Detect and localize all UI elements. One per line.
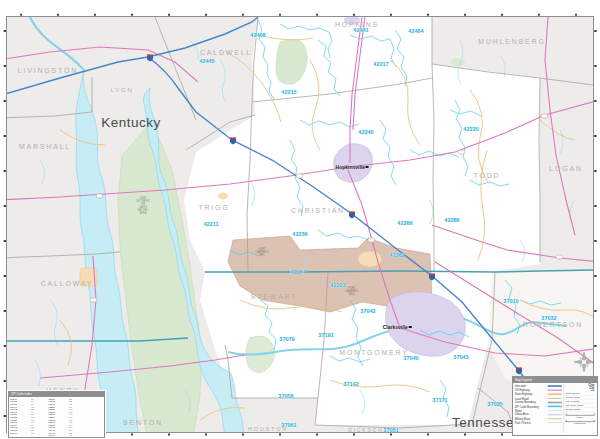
area-label: LAND BETWEEN THE LAKES NAT REC AREA — [137, 197, 150, 215]
legend-swatch — [548, 398, 562, 399]
zip-code-label: 37191 — [318, 332, 333, 338]
zip-code-label: 42286 — [444, 217, 459, 223]
legend-swatch — [548, 422, 562, 423]
county-label: MONTGOMERY — [339, 349, 409, 356]
map-legend-panel: Map Legend Interstate US Highway Stat — [512, 376, 598, 436]
zip-code-label: 42445 — [199, 58, 214, 64]
county-label: TODD — [474, 172, 501, 179]
zip-code-label: 37061 — [281, 422, 296, 428]
zip-code-label: 42464 — [408, 28, 423, 34]
zip-code-label: 37010 — [503, 298, 518, 304]
zip-code-label: 37043 — [453, 354, 468, 360]
map-canvas — [0, 0, 600, 439]
legend-swatch — [548, 390, 562, 391]
legend-swatch — [548, 402, 562, 403]
zip-code-label: 37035 — [487, 401, 502, 407]
county-label: ROBERTSON — [523, 321, 583, 328]
zip-code-label: 42223 — [330, 282, 345, 288]
zip-code-label: 42262 — [389, 252, 404, 258]
legend-swatch — [548, 394, 562, 395]
legend-info-row: County Name — [566, 408, 596, 412]
zip-code-label: 37171 — [432, 397, 447, 403]
legend-info-rows: State CapitalCounty SeatCity or TownZIP … — [566, 392, 596, 412]
zip-code-label: 42254 — [290, 269, 305, 275]
county-label: MARSHALL — [19, 143, 71, 150]
zip-code-label: 37042 — [360, 308, 375, 314]
scale-bar-kilometers: Kilometers — [566, 420, 596, 425]
county-label: LYON — [110, 87, 133, 93]
county-label: MUHLENBERG — [478, 38, 545, 45]
zip-code-label: 37040 — [403, 355, 418, 361]
city-label: Hopkinsville — [336, 164, 369, 170]
zip-code-label: 37051 — [383, 427, 398, 433]
zip-code-label: 42215 — [281, 89, 296, 95]
county-label: DICKSON — [348, 427, 383, 433]
zip-code-label: 37079 — [279, 336, 294, 342]
county-label: CALDWELL — [200, 49, 252, 56]
zip-code-label: 42211 — [204, 221, 219, 227]
legend-swatch — [548, 418, 562, 419]
legend-swatch — [548, 410, 562, 411]
zip-index-row: 42464H1 — [10, 434, 103, 437]
county-label: TRIGG — [198, 204, 229, 211]
zip-code-label: 42236 — [292, 231, 307, 237]
legend-swatch — [548, 385, 562, 386]
zip-code-label: 42220 — [463, 126, 478, 132]
city-size-samples: CityCityCity — [566, 383, 596, 392]
legend-swatch — [548, 406, 562, 407]
county-label: LIVINGSTON — [18, 67, 78, 74]
zip-code-label: 42408 — [250, 32, 265, 38]
county-label: STEWART — [251, 293, 297, 300]
county-label: CALLOWAY — [41, 280, 94, 287]
scale-bar-miles: Miles — [566, 413, 596, 418]
zip-code-label: 42266 — [397, 220, 412, 226]
state-label: Kentucky — [101, 115, 161, 130]
map-document: CLARKSVILLE, TN-KY METROPOLITAN STATISTI… — [0, 0, 600, 439]
zip-code-label: 42217 — [373, 61, 388, 67]
area-label: FORT CAMPBELL (MIL) — [345, 287, 359, 296]
legend-swatch — [548, 414, 562, 415]
zip-code-label: 37058 — [278, 393, 293, 399]
zip-index-panel: ZIP Code Index 37010J6 42211D5 37032K7 4… — [8, 391, 105, 438]
compass-rose-icon — [573, 351, 595, 373]
small-forest-muhlenberg — [451, 58, 465, 66]
zip-code-label: 42240 — [358, 129, 373, 135]
city-marker-icon — [409, 326, 412, 329]
zip-code-label: 42441 — [353, 27, 368, 33]
area-label: FORT CAMPBELL (MIL) — [255, 248, 269, 257]
legend-symbol-list: Interstate US Highway State Highway — [515, 384, 562, 425]
county-label: BENTON — [123, 419, 163, 426]
county-label: LOGAN — [549, 165, 583, 172]
zip-code-label: 37032 — [541, 315, 556, 321]
city-marker-icon — [366, 166, 369, 169]
county-label: CHRISTIAN — [291, 207, 345, 214]
zip-index-table: 37010J6 42211D5 37032K7 42215F2 37035J8 … — [9, 397, 104, 437]
legend-row: Park / Forest — [515, 421, 562, 425]
zip-code-label: 37142 — [343, 381, 358, 387]
city-label: Clarksville — [383, 324, 412, 330]
